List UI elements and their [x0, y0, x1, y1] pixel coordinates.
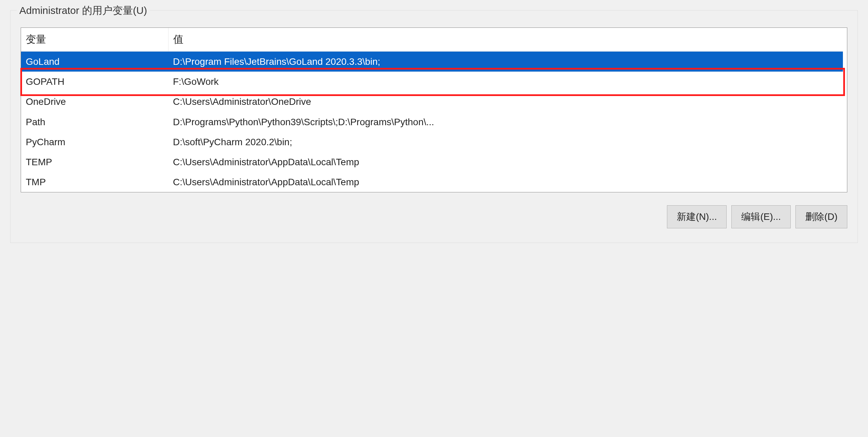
button-row: 新建(N)... 编辑(E)... 删除(D) — [21, 192, 847, 232]
cell-value: C:\Users\Administrator\AppData\Local\Tem… — [168, 172, 845, 192]
group-legend: Administrator 的用户变量(U) — [17, 4, 150, 18]
cell-variable: PyCharm — [21, 132, 168, 152]
cell-value: D:\Programs\Python\Python39\Scripts\;D:\… — [168, 112, 845, 132]
variables-table: 变量 值 GoLandD:\Program Files\JetBrains\Go… — [21, 28, 847, 192]
table-row[interactable]: OneDriveC:\Users\Administrator\OneDrive — [21, 92, 845, 112]
table-header-row: 变量 值 — [21, 28, 845, 52]
delete-button[interactable]: 删除(D) — [795, 205, 847, 228]
user-variables-group: Administrator 的用户变量(U) 变量 值 GoLandD:\Pro… — [10, 10, 858, 243]
cell-variable: GOPATH — [21, 72, 168, 92]
table-row[interactable]: PyCharmD:\soft\PyCharm 2020.2\bin; — [21, 132, 845, 152]
cell-value: D:\Program Files\JetBrains\GoLand 2020.3… — [168, 52, 845, 72]
cell-value: F:\GoWork — [168, 72, 845, 92]
new-button[interactable]: 新建(N)... — [667, 205, 727, 228]
cell-variable: Path — [21, 112, 168, 132]
cell-variable: TEMP — [21, 152, 168, 172]
edit-button[interactable]: 编辑(E)... — [731, 205, 791, 228]
cell-variable: GoLand — [21, 52, 168, 72]
cell-variable: TMP — [21, 172, 168, 192]
table-row[interactable]: GoLandD:\Program Files\JetBrains\GoLand … — [21, 52, 845, 72]
table-row[interactable]: GOPATHF:\GoWork — [21, 72, 845, 92]
cell-variable: OneDrive — [21, 92, 168, 112]
table-row[interactable]: TEMPC:\Users\Administrator\AppData\Local… — [21, 152, 845, 172]
cell-value: C:\Users\Administrator\OneDrive — [168, 92, 845, 112]
column-header-variable[interactable]: 变量 — [21, 28, 168, 52]
column-header-value[interactable]: 值 — [168, 28, 845, 52]
table-row[interactable]: TMPC:\Users\Administrator\AppData\Local\… — [21, 172, 845, 192]
cell-value: D:\soft\PyCharm 2020.2\bin; — [168, 132, 845, 152]
table-row[interactable]: PathD:\Programs\Python\Python39\Scripts\… — [21, 112, 845, 132]
cell-value: C:\Users\Administrator\AppData\Local\Tem… — [168, 152, 845, 172]
variables-table-wrap: 变量 值 GoLandD:\Program Files\JetBrains\Go… — [21, 27, 847, 192]
